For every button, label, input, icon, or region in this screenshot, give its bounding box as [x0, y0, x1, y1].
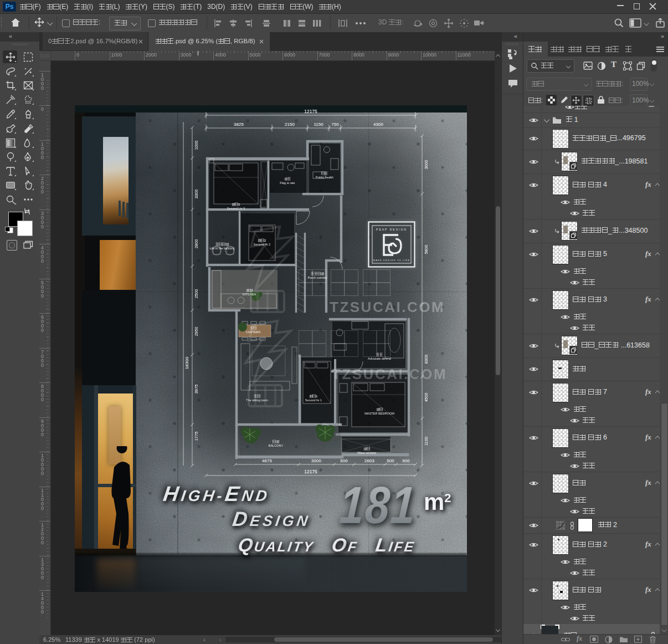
svg-text:PEAP DESIGN: PEAP DESIGN — [376, 228, 407, 231]
svg-text:MAKE DESIGN TO LIFE: MAKE DESIGN TO LIFE — [373, 259, 410, 262]
